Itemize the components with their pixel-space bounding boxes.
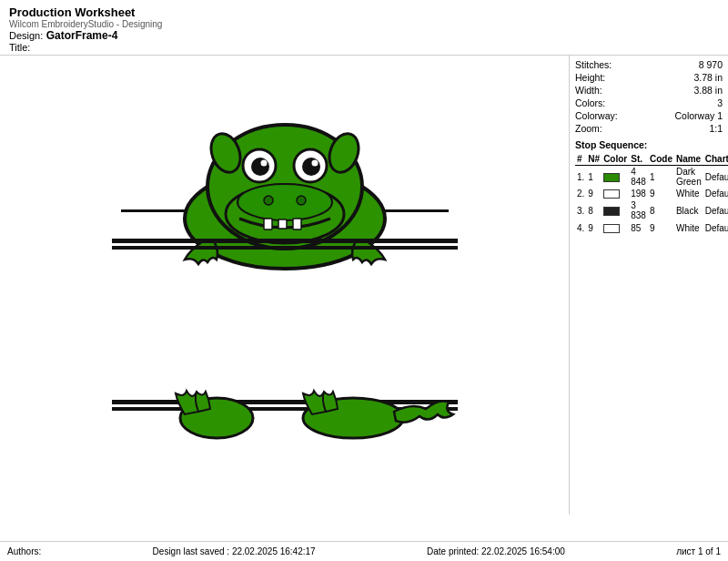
colors-row: Colors: 3 [575,97,723,108]
row-st: 85 [629,221,648,233]
row-st: 4 848 [629,166,648,189]
color-swatch [603,224,620,233]
color-swatch [603,189,620,199]
gator-top-image [112,100,458,282]
width-label: Width: [575,85,602,96]
col-color: Color [602,153,629,166]
row-num: 1. [575,166,586,189]
zoom-value: 1:1 [709,123,723,134]
gator-feet-svg [112,352,458,471]
authors-label: Authors: [7,546,41,556]
row-color [602,166,629,189]
design-name-row: Design: GatorFrame-4 [9,29,719,42]
zoom-row: Zoom: 1:1 [575,123,723,134]
row-st: 198 [629,188,648,199]
printed-label: Date printed: [427,546,479,556]
header: Production Worksheet Wilcom EmbroiderySt… [0,0,728,56]
info-panel: Stitches: 8 970 Height: 3.78 in Width: 3… [569,56,728,515]
col-code: Code [648,153,674,166]
zoom-label: Zoom: [575,123,602,134]
svg-point-8 [251,158,269,176]
printed-value: 22.02.2025 16:54:00 [481,546,565,556]
page-title: Production Worksheet [9,5,719,19]
title-row: Title: [9,42,719,53]
row-num: 2. [575,188,586,199]
svg-rect-14 [293,219,301,230]
width-row: Width: 3.88 in [575,85,723,96]
title-label: Title: [9,42,30,53]
row-num: 3. [575,199,586,221]
row-n: 1 [586,166,602,189]
row-color [602,199,629,221]
row-name: White [674,221,703,233]
stop-sequence: Stop Sequence: # N# Color St. Code Name … [575,139,723,234]
col-n: N# [586,153,602,166]
footer-authors: Authors: [7,546,41,556]
height-value: 3.78 in [693,72,723,83]
svg-point-11 [311,159,318,166]
row-name: Dark Green [674,166,703,189]
row-chart: Default [703,188,728,199]
width-value: 3.88 in [693,85,723,96]
stitches-value: 8 970 [699,59,723,70]
app-subtitle: Wilcom EmbroideryStudio - Designing [9,19,719,29]
row-num: 4. [575,221,586,233]
stop-sequence-title: Stop Sequence: [575,139,723,150]
colors-value: 3 [717,97,723,108]
svg-point-9 [302,158,320,176]
row-code: 9 [648,188,674,199]
color-swatch [603,207,620,216]
gator-bottom-image [112,352,458,471]
row-chart: Default [703,166,728,189]
footer-printed: Date printed: 22.02.2025 16:54:00 [427,546,565,556]
table-row: 1. 1 4 848 1 Dark Green Default [575,166,728,189]
svg-point-5 [297,196,306,205]
svg-point-4 [264,196,273,205]
stitches-label: Stitches: [575,59,612,70]
stop-table: # N# Color St. Code Name Chart 1. 1 4 84… [575,153,728,234]
col-chart: Chart [703,153,728,166]
table-row: 4. 9 85 9 White Default [575,221,728,233]
height-label: Height: [575,72,605,83]
table-row: 2. 9 198 9 White Default [575,188,728,199]
svg-point-3 [238,184,332,220]
col-num: # [575,153,586,166]
main-content: Stitches: 8 970 Height: 3.78 in Width: 3… [0,56,728,515]
row-n: 8 [586,199,602,221]
design-label: Design: [9,30,43,41]
svg-rect-17 [112,239,458,243]
row-code: 9 [648,221,674,233]
row-name: Black [674,199,703,221]
row-st: 3 838 [629,199,648,221]
row-chart: Default [703,221,728,233]
svg-rect-18 [112,246,458,250]
colorway-label: Colorway: [575,110,618,121]
svg-point-10 [260,159,267,166]
saved-value: 22.02.2025 16:42:17 [232,546,316,556]
color-swatch [603,173,620,182]
row-color [602,221,629,233]
row-code: 1 [648,166,674,189]
stop-table-header: # N# Color St. Code Name Chart [575,153,728,166]
col-st: St. [629,153,648,166]
row-chart: Default [703,199,728,221]
gator-head-svg [112,100,458,282]
colors-label: Colors: [575,97,605,108]
stitches-row: Stitches: 8 970 [575,59,723,70]
colorway-value: Colorway 1 [674,110,723,121]
row-code: 8 [648,199,674,221]
row-color [602,188,629,199]
height-row: Height: 3.78 in [575,72,723,83]
row-n: 9 [586,221,602,233]
table-row: 3. 8 3 838 8 Black Default [575,199,728,221]
col-name: Name [674,153,703,166]
footer-page: лист 1 of 1 [676,546,721,556]
design-name: GatorFrame-4 [46,29,118,42]
colorway-row: Colorway: Colorway 1 [575,110,723,121]
footer: Authors: Design last saved : 22.02.2025 … [0,541,728,561]
saved-label: Design last saved : [153,546,230,556]
row-n: 9 [586,188,602,199]
svg-rect-12 [264,219,272,230]
footer-saved: Design last saved : 22.02.2025 16:42:17 [153,546,316,556]
preview-area [0,56,569,515]
